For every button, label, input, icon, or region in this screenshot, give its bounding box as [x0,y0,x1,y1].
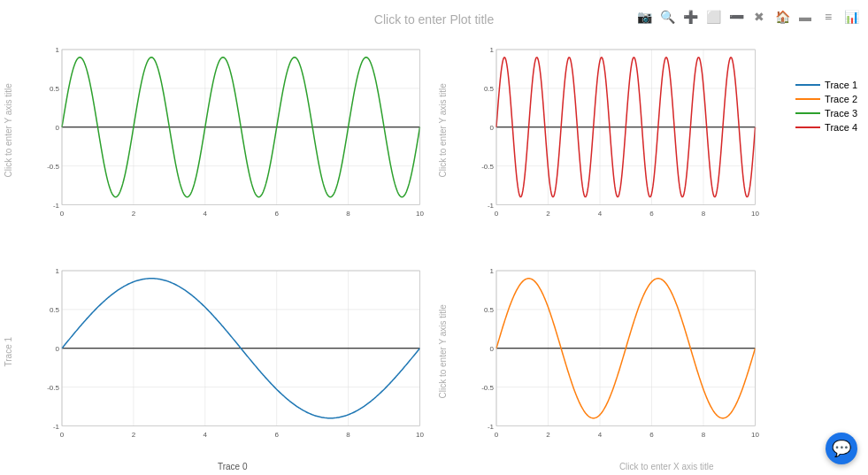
pan-button[interactable]: ▬ [795,7,815,27]
chart-svg-top-left: -1-0.500.510246810 [34,41,427,230]
svg-text:1: 1 [56,46,60,54]
svg-text:10: 10 [416,430,424,438]
svg-text:2: 2 [132,430,136,438]
y-axis-title-bottom-left[interactable]: Trace 1 [4,255,13,449]
svg-text:6: 6 [274,430,279,438]
app: 📷 🔍 ➕ ⬜ ➖ ✖ 🏠 ▬ ≡ 📊 Click to enter Plot … [0,0,868,475]
svg-text:0: 0 [56,124,60,132]
svg-text:-1: -1 [53,202,60,210]
chat-button[interactable]: 💬 [826,433,857,464]
svg-text:8: 8 [346,430,350,438]
svg-text:4: 4 [597,430,602,438]
plot-top-right: Click to enter Y axis title -1-0.500.510… [434,34,869,255]
lasso-button[interactable]: ➖ [726,7,746,27]
zoom-button[interactable]: 🔍 [657,7,677,27]
svg-text:-0.5: -0.5 [47,163,59,171]
chart-svg-top-right: -1-0.500.510246810 [468,41,763,230]
reset-button[interactable]: 🏠 [772,7,792,27]
x-axis-title-bottom-right[interactable]: Click to enter X axis title [474,462,860,471]
plots-grid: Click to enter Y axis title -1-0.500.510… [0,34,868,475]
svg-text:2: 2 [132,210,136,218]
svg-text:1: 1 [489,267,494,275]
svg-text:1: 1 [489,46,494,54]
chart-svg-bottom-left: -1-0.500.510246810 [34,262,427,451]
svg-text:10: 10 [751,210,759,218]
y-axis-title-top-right[interactable]: Click to enter Y axis title [438,34,448,228]
svg-text:4: 4 [204,210,208,218]
svg-text:6: 6 [274,210,279,218]
svg-text:-0.5: -0.5 [47,383,59,391]
camera-button[interactable]: 📷 [634,7,654,27]
plot-bottom-left: Trace 1 -1-0.500.510246810 Trace 0 [0,255,434,476]
box-select-button[interactable]: ⬜ [703,7,723,27]
bar-button[interactable]: 📊 [841,7,861,27]
x-axis-title-bottom-left[interactable]: Trace 0 [40,462,426,471]
svg-text:0.5: 0.5 [483,305,494,313]
svg-text:10: 10 [751,430,759,438]
svg-text:0.5: 0.5 [50,85,60,93]
svg-text:4: 4 [597,210,602,218]
svg-text:8: 8 [346,210,350,218]
svg-text:-1: -1 [53,422,60,430]
svg-text:1: 1 [56,267,60,275]
svg-text:0: 0 [60,430,65,438]
svg-text:0.5: 0.5 [50,305,60,313]
toolbar: 📷 🔍 ➕ ⬜ ➖ ✖ 🏠 ▬ ≡ 📊 [634,7,861,27]
svg-text:4: 4 [204,430,208,438]
plot-bottom-right: Click to enter Y axis title -1-0.500.510… [434,255,869,476]
svg-text:-0.5: -0.5 [481,163,494,171]
svg-text:0: 0 [489,124,494,132]
chat-icon: 💬 [832,439,851,458]
svg-text:-1: -1 [487,422,494,430]
svg-text:8: 8 [701,210,705,218]
svg-text:2: 2 [546,210,550,218]
plot-top-left: Click to enter Y axis title -1-0.500.510… [0,34,434,255]
svg-text:6: 6 [649,210,654,218]
svg-text:0: 0 [494,210,498,218]
svg-text:0.5: 0.5 [483,85,494,93]
svg-text:6: 6 [649,430,654,438]
chart-svg-bottom-right: -1-0.500.510246810 [468,262,763,451]
add-button[interactable]: ➕ [680,7,700,27]
zoom-in-button[interactable]: ✖ [749,7,769,27]
svg-text:0: 0 [60,210,65,218]
svg-text:2: 2 [546,430,550,438]
svg-text:0: 0 [489,344,494,352]
svg-text:-0.5: -0.5 [481,383,494,391]
svg-text:8: 8 [701,430,705,438]
svg-text:0: 0 [56,344,60,352]
svg-text:-1: -1 [487,202,494,210]
line-button[interactable]: ≡ [818,7,838,27]
y-axis-title-top-left[interactable]: Click to enter Y axis title [4,34,13,228]
y-axis-title-bottom-right[interactable]: Click to enter Y axis title [438,255,448,449]
svg-text:0: 0 [494,430,498,438]
svg-text:10: 10 [416,210,424,218]
